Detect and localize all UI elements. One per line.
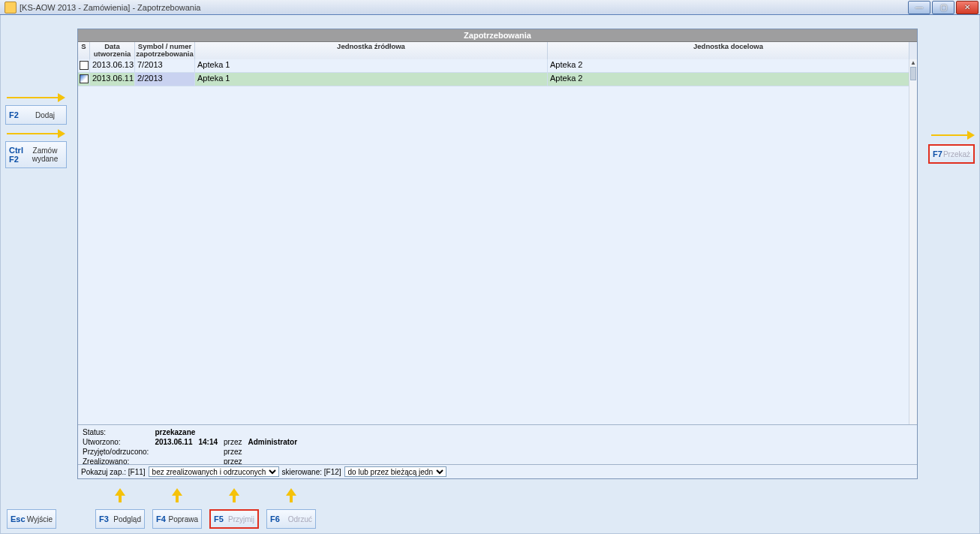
send-icon bbox=[80, 74, 89, 83]
accepted-label: Przyjęto/odrzucono: bbox=[83, 448, 153, 456]
window-controls: — ▢ ✕ bbox=[908, 1, 978, 14]
vertical-scrollbar[interactable]: ▲ bbox=[909, 59, 917, 424]
by-label: przez bbox=[224, 448, 246, 456]
status-value: przekazane bbox=[155, 428, 302, 436]
close-button[interactable]: ✕ bbox=[956, 1, 978, 14]
arrow-up-icon bbox=[115, 488, 125, 503]
minimize-button[interactable]: — bbox=[908, 1, 930, 14]
row-symbol: 2/2013 bbox=[135, 73, 195, 86]
arrow-up-icon bbox=[229, 488, 239, 503]
esc-key: Esc bbox=[11, 514, 27, 523]
created-date: 2013.06.11 bbox=[155, 438, 197, 446]
row-symbol: 7/2013 bbox=[135, 59, 195, 72]
row-date: 2013.06.13 bbox=[90, 59, 135, 72]
arrow-icon bbox=[7, 93, 67, 102]
main-panel: Zapotrzebowania S Data utworzenia Symbol… bbox=[77, 29, 918, 479]
col-dst[interactable]: Jednostka docelowa bbox=[548, 42, 909, 60]
status-label: Status: bbox=[83, 428, 153, 436]
filter-show-label: Pokazuj zap.: [F11] bbox=[81, 468, 146, 476]
arrow-up-icon bbox=[286, 488, 296, 503]
filter-show-select[interactable]: bez zrealizowanych i odrzuconych bbox=[149, 466, 279, 477]
f7-transfer-button[interactable]: F7 Przekaż bbox=[928, 144, 975, 164]
arrow-icon bbox=[931, 131, 975, 140]
f2-key: F2 bbox=[9, 110, 27, 119]
row-src: Apteka 1 bbox=[195, 73, 548, 86]
grid: Zapotrzebowania S Data utworzenia Symbol… bbox=[78, 29, 917, 424]
accepted-by bbox=[248, 448, 302, 456]
arrow-up-icon bbox=[172, 488, 182, 503]
created-time: 14:14 bbox=[198, 438, 222, 446]
f3-preview-button[interactable]: F3 Podgląd bbox=[95, 509, 145, 529]
info-area: Status: przekazane Utworzono: 2013.06.11… bbox=[78, 424, 917, 465]
f3-key: F3 bbox=[99, 514, 113, 523]
right-panel: F7 Przekaż bbox=[922, 128, 975, 168]
f4-key: F4 bbox=[156, 514, 169, 523]
row-status-cell bbox=[78, 59, 90, 72]
created-by: Administrator bbox=[248, 438, 302, 446]
f7-key: F7 bbox=[933, 149, 943, 158]
f4-label: Poprawa bbox=[169, 515, 198, 523]
row-status-cell bbox=[78, 73, 90, 86]
row-src: Apteka 1 bbox=[195, 59, 548, 72]
f2-label: Dodaj bbox=[27, 111, 63, 119]
created-label: Utworzono: bbox=[83, 438, 153, 446]
col-date[interactable]: Data utworzenia bbox=[90, 42, 135, 60]
f6-label: Odrzuć bbox=[288, 515, 312, 523]
row-dst: Apteka 2 bbox=[548, 73, 917, 86]
f3-label: Podgląd bbox=[113, 515, 141, 523]
f4-edit-button[interactable]: F4 Poprawa bbox=[152, 509, 202, 529]
grid-header: S Data utworzenia Symbol / numer zapotrz… bbox=[78, 42, 917, 61]
bottom-panel: Esc Wyjście F3 Podgląd F4 Poprawa F5 Prz… bbox=[7, 509, 316, 529]
left-panel: F2 Dodaj Ctrl F2 Zamów wydane bbox=[5, 90, 73, 173]
f7-label: Przekaż bbox=[943, 150, 970, 158]
scroll-thumb[interactable] bbox=[910, 67, 916, 80]
row-date: 2013.06.11 bbox=[90, 73, 135, 86]
col-s[interactable]: S bbox=[78, 42, 90, 60]
accepted-date bbox=[155, 448, 197, 456]
table-row[interactable]: 2013.06.11 2/2013 Apteka 1 Apteka 2 bbox=[78, 73, 917, 86]
maximize-button[interactable]: ▢ bbox=[932, 1, 954, 14]
document-icon bbox=[80, 61, 89, 70]
ctrl-f2-order-button[interactable]: Ctrl F2 Zamów wydane bbox=[5, 141, 67, 168]
col-src[interactable]: Jednostka źródłowa bbox=[195, 42, 548, 60]
f6-key: F6 bbox=[270, 514, 288, 523]
table-row[interactable]: 2013.06.13 7/2013 Apteka 1 Apteka 2 bbox=[78, 59, 917, 73]
f2-add-button[interactable]: F2 Dodaj bbox=[5, 105, 67, 125]
arrow-icon bbox=[7, 129, 67, 138]
col-scroll-gutter bbox=[909, 42, 917, 60]
f5-label: Przyjmij bbox=[228, 515, 254, 523]
ctrl-f2-key: Ctrl F2 bbox=[9, 146, 27, 164]
window-title: [KS-AOW 2013 - Zamówienia] - Zapotrzebow… bbox=[5, 2, 201, 14]
grid-body[interactable]: 2013.06.13 7/2013 Apteka 1 Apteka 2 2013… bbox=[78, 59, 917, 424]
app-icon bbox=[5, 2, 17, 14]
window-title-text: [KS-AOW 2013 - Zamówienia] - Zapotrzebow… bbox=[20, 3, 201, 12]
by-label: przez bbox=[224, 438, 246, 446]
esc-exit-button[interactable]: Esc Wyjście bbox=[7, 509, 56, 529]
esc-label: Wyjście bbox=[27, 515, 53, 523]
f5-key: F5 bbox=[214, 514, 228, 523]
up-arrows bbox=[1, 488, 979, 505]
grid-title: Zapotrzebowania bbox=[78, 29, 917, 42]
f5-accept-button[interactable]: F5 Przyjmij bbox=[209, 509, 259, 529]
col-symbol[interactable]: Symbol / numer zapotrzebowania bbox=[135, 42, 195, 60]
filter-directed-label: skierowane: [F12] bbox=[282, 468, 341, 476]
scroll-up-icon[interactable]: ▲ bbox=[910, 60, 916, 66]
ctrl-f2-label: Zamów wydane bbox=[27, 146, 63, 163]
filter-area: Pokazuj zap.: [F11] bez zrealizowanych i… bbox=[78, 464, 917, 478]
f6-reject-button[interactable]: F6 Odrzuć bbox=[266, 509, 316, 529]
window-titlebar: [KS-AOW 2013 - Zamówienia] - Zapotrzebow… bbox=[0, 0, 980, 15]
filter-directed-select[interactable]: do lub przez bieżącą jedn bbox=[344, 466, 446, 477]
row-dst: Apteka 2 bbox=[548, 59, 917, 72]
workspace: F2 Dodaj Ctrl F2 Zamów wydane F7 Przekaż… bbox=[0, 15, 980, 534]
